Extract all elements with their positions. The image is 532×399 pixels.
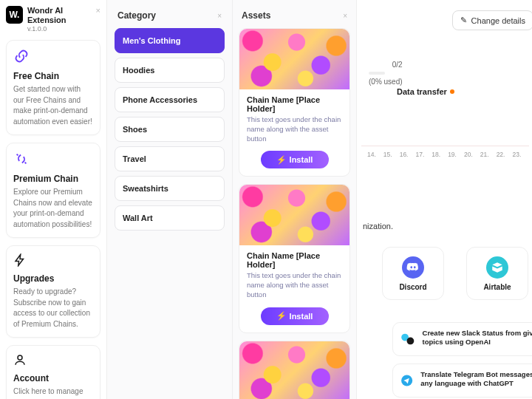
category-item-wall-art[interactable]: Wall Art [115,205,225,231]
sidebar-card-premium-chain[interactable]: Premium Chain Explore our Premium Chains… [6,143,100,238]
truncated-text: nization. [363,222,393,231]
asset-thumbnail [239,341,349,399]
asset-desc: This text goes under the chain name alon… [247,271,342,299]
progress-fraction: 0/2 [369,61,403,69]
sidebar: W. Wondr AI Extension v.1.0.0 × Free Cha… [0,0,107,399]
category-item-travel[interactable]: Travel [115,146,225,171]
discord-icon [402,256,424,279]
card-desc: Get started now with our Free Chains and… [13,84,93,127]
sidebar-card-account[interactable]: Account Click here to manage your accoun… [6,345,100,399]
svg-point-0 [18,355,22,360]
status-dot-icon [450,89,454,94]
category-item-mens-clothing[interactable]: Men's Clothing [115,28,225,53]
asset-card: Chain Name [Place Holder] This text goes… [239,341,350,399]
bolt-icon: ⚡ [276,155,287,165]
data-transfer-label: Data transfer [397,87,454,96]
background-app: ✎ Change details 0/2 (0% used) Data tran… [357,0,532,399]
template-snippets: Create new Slack Status from given topic… [392,322,532,398]
integration-airtable[interactable]: Airtable [466,247,528,300]
brand-title: Wondr AI Extension [27,6,100,25]
category-panel: Category × Men's Clothing Hoodies Phone … [107,0,233,399]
category-list: Men's Clothing Hoodies Phone Accessories… [115,28,225,231]
card-desc: Explore our Premium Chains now and eleva… [13,187,93,230]
close-icon[interactable]: × [96,6,100,15]
slack-openai-icon [400,329,415,349]
progress-bar [369,72,385,75]
integration-label: Discord [399,283,426,291]
template-text: Create new Slack Status from given topic… [423,329,532,347]
sidebar-card-free-chain[interactable]: Free Chain Get started now with our Free… [6,40,100,135]
template-text: Translate Telegram Bot messages to any l… [420,370,532,389]
template-item[interactable]: Create new Slack Status from given topic… [392,322,532,356]
progress-used: (0% used) [369,78,403,86]
assets-panel: Assets × Chain Name [Place Holder] This … [233,0,357,399]
template-item[interactable]: Translate Telegram Bot messages to any l… [392,364,532,398]
card-desc: Ready to upgrade? Subscribe now to gain … [13,287,93,330]
asset-thumbnail [239,185,349,245]
integration-discord[interactable]: Discord [382,247,444,300]
brand-logo: W. [6,6,23,24]
change-details-button[interactable]: ✎ Change details [452,10,532,30]
install-button[interactable]: ⚡ Install [261,307,329,325]
category-item-shoes[interactable]: Shoes [115,117,225,142]
sidebar-card-upgrades[interactable]: Upgrades Ready to upgrade? Subscribe now… [6,245,100,338]
install-button[interactable]: ⚡ Install [261,151,329,168]
chart-ticks: 14. 15. 16. 17. 18. 19. 20. 21. 22. 23. [367,151,526,158]
telegram-icon [400,370,413,391]
usage-progress: 0/2 (0% used) [369,61,403,86]
chain-icon [13,48,93,66]
bolt-icon [13,253,93,269]
integration-label: Airtable [483,283,511,291]
install-label: Install [290,312,313,321]
integrations-row: Discord Airtable [382,247,528,300]
person-icon [13,353,93,369]
asset-desc: This text goes under the chain name alon… [247,115,342,143]
card-title: Premium Chain [13,174,93,184]
change-details-label: Change details [471,16,525,25]
category-title: Category [117,10,156,21]
extension-header: W. Wondr AI Extension v.1.0.0 × [6,6,100,33]
assets-title: Assets [242,10,270,21]
close-icon[interactable]: × [217,12,222,20]
asset-thumbnail [239,29,349,89]
category-item-sweatshirts[interactable]: Sweatshirts [115,176,225,201]
chain-broken-icon [13,151,93,169]
install-label: Install [290,155,313,164]
asset-title: Chain Name [Place Holder] [247,95,342,113]
close-icon[interactable]: × [343,12,347,20]
asset-title: Chain Name [Place Holder] [247,251,342,269]
svg-point-2 [407,338,415,345]
airtable-icon [486,256,508,279]
bolt-icon: ⚡ [276,311,287,321]
card-title: Upgrades [13,273,93,284]
data-transfer-chart: 14. 15. 16. 17. 18. 19. 20. 21. 22. 23. [361,103,529,158]
asset-card: Chain Name [Place Holder] This text goes… [239,184,350,332]
pencil-icon: ✎ [460,16,467,25]
category-item-phone-accessories[interactable]: Phone Accessories [115,87,225,112]
category-item-hoodies[interactable]: Hoodies [115,58,225,83]
brand-version: v.1.0.0 [27,25,100,33]
asset-card: Chain Name [Place Holder] This text goes… [239,28,350,177]
card-desc: Click here to manage your account detail… [13,386,93,399]
card-title: Account [13,373,93,383]
card-title: Free Chain [13,71,93,81]
